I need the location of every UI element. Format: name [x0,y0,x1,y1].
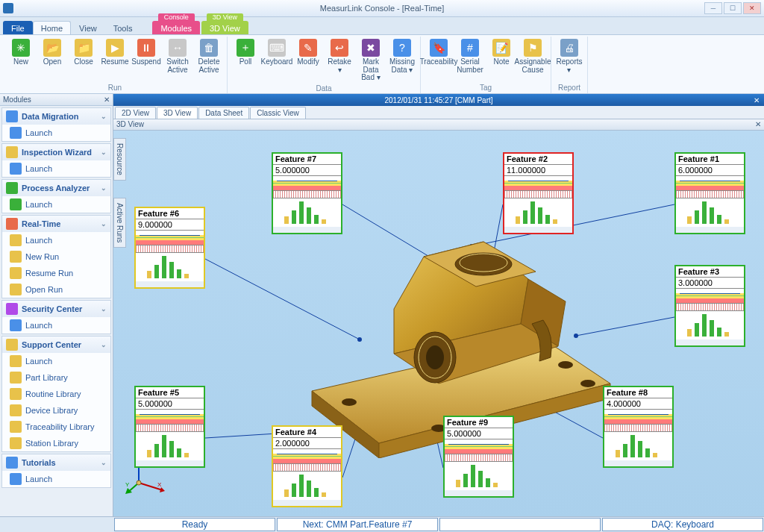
document-header-text: 2012/01/31 11:45:27 [CMM Part] [384,96,492,104]
ribbon-missing-button[interactable]: ?Missing Data ▾ [387,37,417,84]
feature-histogram [273,472,341,500]
ribbon-retake-button[interactable]: ↩Retake ▾ [325,37,354,84]
section-item-device-library-icon [10,404,22,416]
ribbon-suspend-button[interactable]: ⏸Suspend [131,37,161,76]
ribbon-traceability-button[interactable]: 🔖Traceability [424,37,454,76]
ribbon-resume-button[interactable]: ▶Resume [100,37,130,76]
feature-callout-8[interactable]: Feature #84.000000 [603,386,674,468]
feature-callout-9[interactable]: Feature #95.000000 [443,416,514,498]
feature-callout-6[interactable]: Feature #69.000000 [134,207,205,289]
section-item-routine-library-icon [10,388,22,400]
section-item-station-library[interactable]: Station Library [2,435,110,451]
view-window-close-icon[interactable]: ✕ [755,120,761,129]
feature-name: Feature #3 [676,266,744,278]
ribbon-retake-icon: ↩ [331,39,348,57]
view-tab-data-sheet[interactable]: Data Sheet [198,107,249,119]
modules-panel-title: Modules [3,96,31,104]
section-process-analyzer[interactable]: Process Analyzer⌄ [2,180,110,196]
svg-text:Y: Y [125,481,130,488]
section-item-launch[interactable]: Launch [2,317,110,334]
feature-histogram [676,311,744,339]
section-item-device-library[interactable]: Device Library [2,402,110,419]
section-item-traceability-library[interactable]: Traceability Library [2,419,110,435]
ribbon-modify-button[interactable]: ✎Modify [293,37,323,84]
feature-run-chart [504,176,572,191]
view-tab-classic-view[interactable]: Classic View [250,107,306,119]
viewport-3d[interactable]: Resource Active Runs [113,131,764,516]
section-item-launch[interactable]: Launch [2,125,110,141]
section-item-routine-library[interactable]: Routine Library [2,386,110,402]
ribbon-switch-button[interactable]: ↔Switch Active [163,37,192,76]
minimize-button[interactable]: ─ [704,2,722,14]
ribbon-poll-button[interactable]: ＋Poll [231,37,260,84]
feature-callout-2[interactable]: Feature #211.000000 [503,152,574,234]
ribbon-open-button[interactable]: 📂Open [37,37,67,76]
section-item-launch-icon [10,473,22,485]
section-item-open-run[interactable]: Open Run [2,281,110,298]
feature-name: Feature #1 [676,154,744,165]
ribbon-keyboard-icon: ⌨ [268,39,286,57]
section-data-migration[interactable]: Data Migration⌄ [2,108,110,125]
ribbon-close-button[interactable]: 📁Close [69,37,98,76]
section-item-launch[interactable]: Launch [2,232,110,248]
ribbon-reports-button[interactable]: 🖨Reports ▾ [554,37,584,76]
side-tab-resource[interactable]: Resource [113,138,126,181]
section-item-launch[interactable]: Launch [2,471,110,487]
ribbon-new-button[interactable]: ✳New [6,37,36,76]
feature-callout-1[interactable]: Feature #16.000000 [674,152,745,234]
ribbon-modify-icon: ✎ [299,39,317,57]
feature-callout-7[interactable]: Feature #75.000000 [272,152,342,234]
section-item-launch[interactable]: Launch [2,196,110,213]
file-menu[interactable]: File [3,21,33,34]
view-window-title: 3D View [116,120,144,129]
document-close-icon[interactable]: ✕ [754,96,760,104]
ribbon-suspend-icon: ⏸ [137,39,155,57]
section-tutorials-icon [6,457,18,469]
feature-run-chart [676,289,744,304]
section-item-resume-run[interactable]: Resume Run [2,265,110,281]
ribbon-mark-data-button[interactable]: ✖Mark Data Bad ▾ [356,37,386,84]
ribbon-reports-icon: 🖨 [560,39,578,57]
feature-callout-3[interactable]: Feature #33.000000 [674,265,745,347]
main-view: 2012/01/31 11:45:27 [CMM Part] ✕ 2D View… [113,94,764,516]
ribbon-delete-button[interactable]: 🗑Delete Active [194,37,224,76]
menu-tab-home[interactable]: Home [33,21,71,34]
section-item-launch[interactable]: Launch [2,160,110,177]
section-security-center[interactable]: Security Center⌄ [2,301,110,317]
modules-panel-close-icon[interactable]: ✕ [104,96,110,104]
section-real-time[interactable]: Real-Time⌄ [2,216,110,232]
section-item-new-run[interactable]: New Run [2,248,110,265]
section-tutorials[interactable]: Tutorials⌄ [2,454,110,471]
feature-value: 6.000000 [676,165,744,176]
maximize-button[interactable]: ☐ [724,2,742,14]
feature-name: Feature #5 [136,387,204,398]
section-security-center-icon [6,303,18,315]
menu-tab-view[interactable]: View [71,21,105,34]
ribbon-keyboard-button[interactable]: ⌨Keyboard [262,37,292,84]
status-daq: DAQ: Keyboard [602,518,763,531]
menu-tab-tools[interactable]: Tools [105,21,141,34]
feature-callout-5[interactable]: Feature #55.000000 [134,386,205,468]
section-item-station-library-icon [10,437,22,449]
context-tab-3d-view[interactable]: 3D View [201,21,248,34]
ribbon-assignable-button[interactable]: ⚑Assignable Cause [518,37,548,76]
feature-histogram [604,432,672,460]
ribbon-note-button[interactable]: 📝Note [486,37,516,76]
section-item-part-library[interactable]: Part Library [2,369,110,386]
view-tab-2d-view[interactable]: 2D View [115,107,156,119]
feature-value: 9.000000 [136,219,204,231]
section-item-launch-icon [10,163,22,175]
chevron-down-icon: ⌄ [101,341,107,348]
section-item-launch[interactable]: Launch [2,353,110,369]
section-support-center[interactable]: Support Center⌄ [2,337,110,353]
view-tab-3d-view[interactable]: 3D View [157,107,198,119]
ribbon-serial-button[interactable]: #Serial Number [455,37,485,76]
close-button[interactable]: ✕ [743,2,761,14]
context-tab-modules[interactable]: Modules [152,21,200,34]
feature-run-chart [273,449,341,464]
svg-point-33 [580,380,595,387]
feature-callout-4[interactable]: Feature #42.000000 [272,425,342,507]
feature-value: 11.000000 [504,165,572,176]
side-tab-active-runs[interactable]: Active Runs [113,198,126,248]
section-inspection-wizard[interactable]: Inspection Wizard⌄ [2,144,110,160]
